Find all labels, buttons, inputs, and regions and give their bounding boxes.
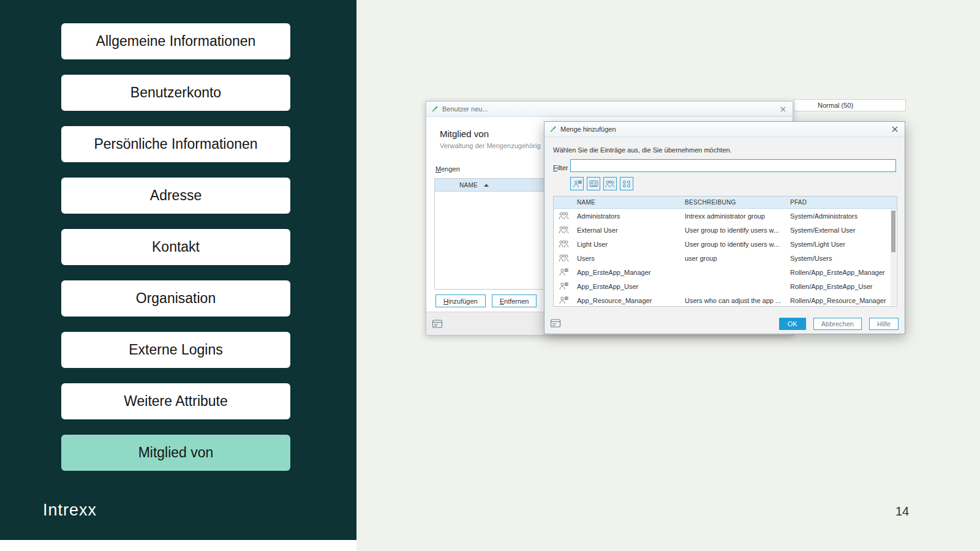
- background-panel-fragment: Normal (50): [794, 99, 906, 111]
- close-icon[interactable]: [778, 104, 788, 114]
- filter-groups-icon[interactable]: [603, 177, 617, 190]
- filter-users-icon[interactable]: [587, 177, 600, 190]
- role-icon: [554, 296, 573, 304]
- filter-input[interactable]: [570, 159, 896, 172]
- group-icon: [554, 212, 573, 220]
- sidebar-item-allgemeine-informationen[interactable]: Allgemeine Informationen: [61, 23, 290, 59]
- filter-type-toolbar: [570, 177, 633, 190]
- sidebar-item-weitere-attribute[interactable]: Weitere Attribute: [61, 383, 290, 419]
- table-header-row: NAME BESCHREIBUNG PFAD: [554, 197, 897, 209]
- dialog-instruction: Wählen Sie die Einträge aus, die Sie übe…: [553, 146, 732, 154]
- close-icon[interactable]: [890, 124, 900, 134]
- table-row[interactable]: External UserUser group to identify user…: [554, 223, 897, 237]
- sidebar-item-adresse[interactable]: Adresse: [61, 178, 290, 214]
- app-logo-icon: [549, 126, 557, 133]
- filter-roles-icon[interactable]: [570, 177, 584, 190]
- hilfe-button[interactable]: Hilfe: [869, 318, 899, 330]
- table-row[interactable]: App_Resource_ManagerUsers who can adjust…: [554, 293, 897, 307]
- sidebar-item-mitglied-von[interactable]: Mitglied von: [61, 435, 290, 471]
- sort-asc-icon: [484, 184, 489, 187]
- window-info-icon[interactable]: [550, 318, 561, 329]
- page-number: 14: [895, 504, 909, 519]
- group-icon: [554, 240, 573, 248]
- mengen-label: Mengen: [435, 165, 460, 173]
- sidebar-item-persoenliche-informationen[interactable]: Persönliche Informationen: [61, 126, 290, 162]
- table-row[interactable]: AdministratorsIntrexx administrator grou…: [554, 209, 897, 223]
- role-icon: [554, 268, 573, 276]
- sidebar-item-externe-logins[interactable]: Externe Logins: [61, 332, 290, 368]
- table-row[interactable]: App_ErsteApp_UserRollen/App_ErsteApp_Use…: [554, 279, 897, 293]
- hinzufuegen-button[interactable]: Hinzufügen: [435, 294, 486, 307]
- benutzer-window-heading: Mitglied von: [440, 129, 489, 139]
- table-row[interactable]: App_ErsteApp_ManagerRollen/App_ErsteApp_…: [554, 265, 897, 279]
- app-logo-icon: [431, 105, 439, 113]
- fragment-label: Normal (50): [818, 102, 853, 109]
- scrollbar-thumb[interactable]: [891, 211, 895, 252]
- column-header-name[interactable]: NAME: [573, 199, 681, 206]
- column-header-description[interactable]: BESCHREIBUNG: [681, 199, 786, 206]
- ok-button[interactable]: OK: [779, 318, 806, 330]
- table-scrollbar[interactable]: [891, 209, 896, 305]
- dialog-title: Menge hinzufügen: [560, 126, 890, 133]
- sidebar-nav: Allgemeine Informationen Benutzerkonto P…: [61, 23, 290, 471]
- sidebar-item-benutzerkonto[interactable]: Benutzerkonto: [61, 75, 290, 111]
- table-row[interactable]: Light UserUser group to identify users w…: [554, 237, 897, 251]
- filter-distribution-icon[interactable]: [620, 177, 633, 190]
- group-icon: [554, 254, 573, 262]
- menge-selection-table: NAME BESCHREIBUNG PFAD AdministratorsInt…: [553, 196, 897, 307]
- filter-label: Filter: [553, 162, 568, 173]
- benutzer-window-title: Benutzer neu...: [442, 105, 778, 113]
- intrexx-logo: Intrexx: [43, 501, 97, 520]
- group-icon: [554, 226, 573, 234]
- table-row[interactable]: Usersuser groupSystem/Users: [554, 251, 897, 265]
- abbrechen-button[interactable]: Abbrechen: [813, 318, 862, 330]
- entfernen-button[interactable]: Entfernen: [492, 294, 537, 307]
- sidebar-item-kontakt[interactable]: Kontakt: [61, 229, 290, 265]
- column-header-path[interactable]: PFAD: [786, 199, 897, 206]
- column-header-label: NAME: [459, 182, 478, 189]
- sidebar: Allgemeine Informationen Benutzerkonto P…: [0, 0, 356, 540]
- benutzer-window-subheading: Verwaltung der Mengenzugehörig: [440, 142, 541, 149]
- menge-hinzufuegen-dialog: Menge hinzufügen Wählen Sie die Einträge…: [544, 121, 905, 334]
- dialog-titlebar[interactable]: Menge hinzufügen: [545, 122, 905, 137]
- sidebar-item-organisation[interactable]: Organisation: [61, 280, 290, 317]
- role-icon: [554, 282, 573, 290]
- benutzer-window-titlebar[interactable]: Benutzer neu...: [426, 102, 793, 117]
- window-info-icon[interactable]: [432, 318, 443, 329]
